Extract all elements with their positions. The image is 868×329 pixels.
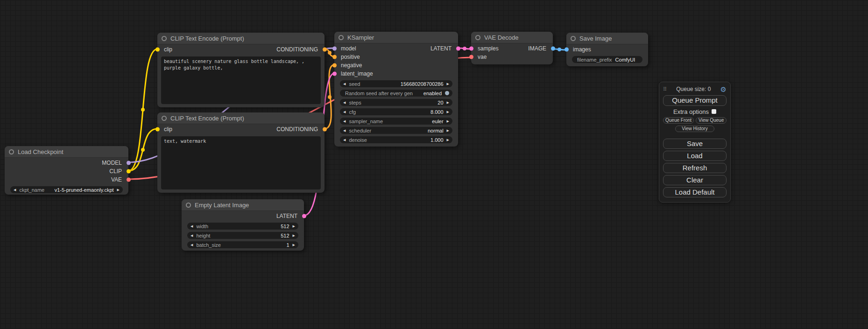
node-save-image[interactable]: Save Image images filename_prefix ComfyU… — [566, 33, 648, 66]
widget-name: batch_size — [196, 242, 221, 248]
increment-arrow-icon[interactable] — [293, 224, 295, 228]
widget-random-seed-toggle[interactable]: Random seed after every gen enabled — [340, 90, 452, 97]
increment-arrow-icon[interactable] — [447, 101, 449, 104]
input-slot-positive[interactable] — [332, 55, 337, 59]
output-slot-conditioning[interactable] — [323, 48, 327, 52]
output-label-latent: LATENT — [276, 213, 297, 219]
collapse-dot-icon[interactable] — [162, 116, 167, 121]
node-clip-text-encode-positive[interactable]: CLIP Text Encode (Prompt) clip CONDITION… — [157, 33, 325, 107]
output-slot-latent[interactable] — [456, 47, 460, 51]
increment-arrow-icon[interactable] — [447, 82, 449, 85]
widget-value: v1-5-pruned-emaonly.ckpt — [55, 187, 114, 193]
settings-gear-icon[interactable]: ⚙ — [720, 86, 727, 93]
widget-ckpt-name[interactable]: ckpt_name v1-5-pruned-emaonly.ckpt — [10, 186, 123, 193]
input-label-images: images — [573, 46, 591, 53]
collapse-dot-icon[interactable] — [162, 36, 167, 41]
widget-name: scheduler — [349, 128, 371, 133]
decrement-arrow-icon[interactable] — [191, 234, 193, 237]
clear-button[interactable]: Clear — [663, 175, 727, 185]
increment-arrow-icon[interactable] — [447, 129, 449, 132]
node-header[interactable]: Load Checkpoint — [5, 146, 128, 158]
node-ksampler[interactable]: KSampler model LATENT positive negative — [334, 32, 458, 147]
widget-seed[interactable]: seed 156680208700286 — [340, 80, 452, 87]
input-slot-vae[interactable] — [469, 55, 473, 59]
prompt-textarea[interactable]: beautiful scenery nature glass bottle la… — [161, 56, 321, 104]
node-vae-decode[interactable]: VAE Decode samples IMAGE vae — [471, 32, 553, 64]
decrement-arrow-icon[interactable] — [343, 129, 346, 132]
view-queue-button[interactable]: View Queue — [696, 117, 727, 124]
output-slot-clip[interactable] — [127, 169, 131, 174]
increment-arrow-icon[interactable] — [447, 110, 449, 113]
queue-prompt-button[interactable]: Queue Prompt — [663, 95, 727, 106]
link-dot — [141, 108, 145, 112]
output-slot-conditioning[interactable] — [323, 127, 327, 132]
decrement-arrow-icon[interactable] — [343, 110, 346, 113]
input-slot-clip[interactable] — [155, 127, 160, 132]
node-empty-latent-image[interactable]: Empty Latent Image LATENT width 512 heig… — [182, 199, 304, 251]
prompt-textarea[interactable]: text, watermark — [161, 136, 321, 189]
extra-options-checkbox[interactable] — [712, 109, 716, 114]
widget-filename-prefix[interactable]: filename_prefix ComfyUI — [572, 56, 642, 63]
drag-handle-icon[interactable]: ⠿ — [663, 86, 667, 92]
increment-arrow-icon[interactable] — [447, 119, 449, 123]
decrement-arrow-icon[interactable] — [191, 224, 193, 228]
collapse-dot-icon[interactable] — [9, 149, 14, 154]
widget-name: width — [196, 224, 208, 229]
widget-steps[interactable]: steps 20 — [340, 99, 452, 106]
widget-name: height — [196, 233, 210, 238]
widget-sampler-name[interactable]: sampler_name euler — [340, 118, 452, 125]
decrement-arrow-icon[interactable] — [343, 101, 346, 104]
toggle-dot-icon[interactable] — [445, 91, 449, 95]
queue-front-button[interactable]: Queue Front — [663, 117, 694, 124]
widget-denoise[interactable]: denoise 1.000 — [340, 136, 452, 143]
increment-arrow-icon[interactable] — [293, 243, 295, 246]
load-default-button[interactable]: Load Default — [663, 187, 727, 197]
widget-cfg[interactable]: cfg 8.000 — [340, 108, 452, 115]
decrement-arrow-icon[interactable] — [343, 82, 346, 85]
output-label-latent: LATENT — [430, 45, 452, 52]
node-header[interactable]: Empty Latent Image — [182, 199, 304, 211]
collapse-dot-icon[interactable] — [186, 203, 191, 208]
output-label-model: MODEL — [102, 160, 122, 166]
input-slot-latent-image[interactable] — [332, 72, 337, 76]
refresh-button[interactable]: Refresh — [663, 163, 727, 173]
input-slot-negative[interactable] — [332, 63, 337, 68]
collapse-dot-icon[interactable] — [475, 35, 480, 40]
decrement-arrow-icon[interactable] — [343, 119, 346, 123]
output-slot-latent[interactable] — [302, 214, 306, 218]
output-label-conditioning: CONDITIONING — [276, 46, 318, 53]
increment-arrow-icon[interactable] — [447, 138, 449, 141]
collapse-dot-icon[interactable] — [571, 36, 576, 41]
load-button[interactable]: Load — [663, 151, 727, 161]
node-header[interactable]: CLIP Text Encode (Prompt) — [157, 33, 325, 44]
decrement-arrow-icon[interactable] — [343, 138, 346, 141]
widget-width[interactable]: width 512 — [187, 223, 298, 230]
input-slot-images[interactable] — [565, 48, 569, 52]
save-button[interactable]: Save — [663, 139, 727, 149]
view-history-button[interactable]: View History — [675, 126, 714, 132]
widget-scheduler[interactable]: scheduler normal — [340, 127, 452, 134]
increment-arrow-icon[interactable] — [117, 188, 120, 191]
node-header[interactable]: KSampler — [334, 32, 458, 43]
input-slot-clip[interactable] — [155, 48, 160, 52]
node-header[interactable]: VAE Decode — [471, 32, 553, 43]
input-label-latent-image: latent_image — [341, 70, 373, 77]
node-header[interactable]: Save Image — [566, 33, 648, 44]
node-graph-canvas[interactable]: Load Checkpoint MODEL CLIP VAE ckpt_name… — [0, 0, 868, 329]
input-slot-samples[interactable] — [469, 47, 473, 51]
output-slot-vae[interactable] — [127, 178, 131, 182]
collapse-dot-icon[interactable] — [339, 35, 344, 40]
node-header[interactable]: CLIP Text Encode (Prompt) — [157, 112, 325, 124]
node-title: CLIP Text Encode (Prompt) — [170, 115, 244, 122]
decrement-arrow-icon[interactable] — [191, 243, 193, 246]
widget-height[interactable]: height 512 — [187, 232, 298, 239]
output-slot-model[interactable] — [127, 161, 131, 165]
queue-panel[interactable]: ⠿ Queue size: 0 ⚙ Queue Prompt Extra opt… — [659, 82, 731, 203]
node-clip-text-encode-negative[interactable]: CLIP Text Encode (Prompt) clip CONDITION… — [157, 112, 325, 193]
widget-batch-size[interactable]: batch_size 1 — [187, 241, 298, 248]
node-load-checkpoint[interactable]: Load Checkpoint MODEL CLIP VAE ckpt_name… — [5, 146, 128, 195]
decrement-arrow-icon[interactable] — [14, 188, 16, 191]
increment-arrow-icon[interactable] — [293, 234, 295, 237]
input-slot-model[interactable] — [332, 47, 337, 51]
output-slot-image[interactable] — [551, 47, 555, 51]
